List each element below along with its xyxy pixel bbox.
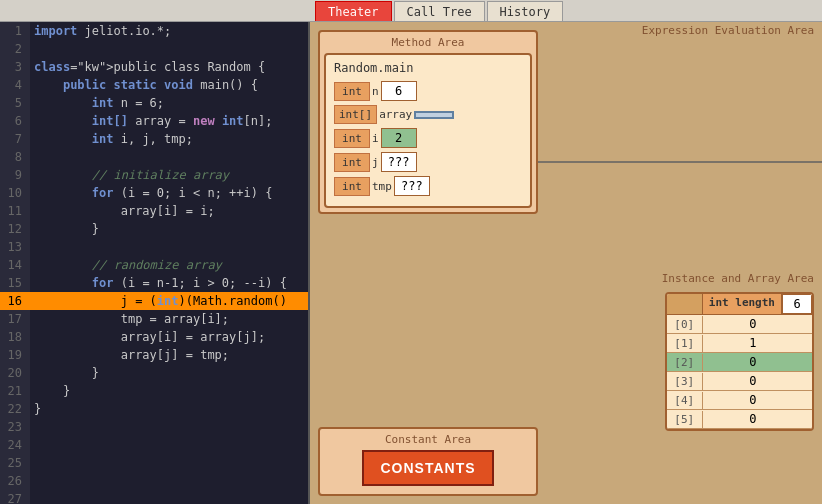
line-content: int i, j, tmp; [30, 130, 193, 148]
code-line-2: 2 [0, 40, 308, 58]
line-content: // randomize array [30, 256, 222, 274]
line-content [30, 148, 34, 166]
code-line-8: 8 [0, 148, 308, 166]
line-number: 26 [0, 472, 30, 490]
constant-area-label: Constant Area [324, 433, 532, 446]
array-index: [1] [667, 335, 703, 352]
line-number: 22 [0, 400, 30, 418]
code-line-16: 16 j = (int)(Math.random() [0, 292, 308, 310]
array-row: [1]1 [667, 334, 812, 353]
line-number: 10 [0, 184, 30, 202]
code-line-20: 20 } [0, 364, 308, 382]
method-area-label: Method Area [324, 36, 532, 49]
line-content: j = (int)(Math.random() [30, 292, 287, 310]
var-name: j [372, 156, 379, 169]
var-row-n: int n6 [334, 81, 522, 101]
line-content: int[] array = new int[n]; [30, 112, 272, 130]
var-value: 6 [381, 81, 417, 101]
line-content [30, 40, 34, 58]
line-content: import jeliot.io.*; [30, 22, 171, 40]
array-cell: 0 [703, 410, 803, 428]
code-line-26: 26 [0, 472, 308, 490]
line-content [30, 454, 34, 472]
line-content: class="kw">public class Random { [30, 58, 265, 76]
array-cell: 0 [703, 391, 803, 409]
code-line-10: 10 for (i = 0; i < n; ++i) { [0, 184, 308, 202]
var-row-tmp: int tmp??? [334, 176, 522, 196]
code-line-25: 25 [0, 454, 308, 472]
code-line-14: 14 // randomize array [0, 256, 308, 274]
tab-calltree[interactable]: Call Tree [394, 1, 485, 21]
line-number: 3 [0, 58, 30, 76]
arr-type-label: int length [703, 294, 782, 314]
line-content [30, 418, 34, 436]
line-number: 18 [0, 328, 30, 346]
array-cell: 0 [703, 315, 803, 333]
line-content [30, 472, 34, 490]
line-number: 11 [0, 202, 30, 220]
line-content: public static void main() { [30, 76, 258, 94]
code-line-11: 11 array[i] = i; [0, 202, 308, 220]
line-number: 8 [0, 148, 30, 166]
tab-theater[interactable]: Theater [315, 1, 392, 21]
line-content [30, 490, 34, 504]
code-line-22: 22} [0, 400, 308, 418]
array-index: [3] [667, 373, 703, 390]
line-number: 19 [0, 346, 30, 364]
var-value: ??? [381, 152, 417, 172]
line-content: // initialize array [30, 166, 229, 184]
line-number: 2 [0, 40, 30, 58]
arr-header-empty [667, 294, 703, 314]
var-type: int [334, 177, 370, 196]
array-index: [5] [667, 411, 703, 428]
line-number: 5 [0, 94, 30, 112]
code-line-3: 3class="kw">public class Random { [0, 58, 308, 76]
var-name: tmp [372, 180, 392, 193]
code-line-7: 7 int i, j, tmp; [0, 130, 308, 148]
line-number: 17 [0, 310, 30, 328]
line-content: array[j] = tmp; [30, 346, 229, 364]
array-cell: 0 [703, 372, 803, 390]
var-type: int [334, 82, 370, 101]
var-type: int [334, 153, 370, 172]
constants-button[interactable]: CONSTANTS [362, 450, 493, 486]
frame-title: Random.main [334, 61, 522, 75]
array-table: int length 6 [0]0[1]1[2]0[3]0[4]0[5]0 [665, 292, 814, 431]
line-content: for (i = n-1; i > 0; --i) { [30, 274, 287, 292]
array-row: [2]0 [667, 353, 812, 372]
line-number: 6 [0, 112, 30, 130]
main-area: 1import jeliot.io.*;23class="kw">public … [0, 22, 822, 504]
var-value: ??? [394, 176, 430, 196]
line-number: 23 [0, 418, 30, 436]
var-type: int[] [334, 105, 377, 124]
line-number: 21 [0, 382, 30, 400]
code-line-13: 13 [0, 238, 308, 256]
line-number: 4 [0, 76, 30, 94]
tab-bar: Theater Call Tree History [0, 0, 822, 22]
line-number: 15 [0, 274, 30, 292]
var-type: int [334, 129, 370, 148]
line-number: 20 [0, 364, 30, 382]
line-number: 9 [0, 166, 30, 184]
array-header: int length 6 [667, 294, 812, 315]
line-content: } [30, 382, 70, 400]
constant-area: Constant Area CONSTANTS [318, 427, 538, 496]
code-line-23: 23 [0, 418, 308, 436]
line-content [30, 436, 34, 454]
code-line-6: 6 int[] array = new int[n]; [0, 112, 308, 130]
method-area: Method Area Random.main int n6int[] arra… [318, 30, 538, 214]
array-cell: 0 [703, 353, 803, 371]
line-number: 13 [0, 238, 30, 256]
code-line-27: 27 [0, 490, 308, 504]
line-number: 12 [0, 220, 30, 238]
tab-history[interactable]: History [487, 1, 564, 21]
arr-length-value: 6 [782, 294, 812, 314]
line-content: int n = 6; [30, 94, 164, 112]
line-content: tmp = array[i]; [30, 310, 229, 328]
array-row: [4]0 [667, 391, 812, 410]
code-line-1: 1import jeliot.io.*; [0, 22, 308, 40]
line-number: 16 [0, 292, 30, 310]
var-row-j: int j??? [334, 152, 522, 172]
array-row: [5]0 [667, 410, 812, 429]
code-line-17: 17 tmp = array[i]; [0, 310, 308, 328]
